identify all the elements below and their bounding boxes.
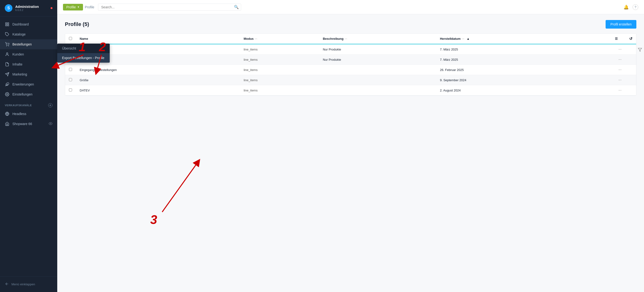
sidebar-item-kunden[interactable]: Kunden xyxy=(0,49,57,59)
row-checkbox[interactable] xyxy=(69,78,72,81)
row-herstelldatum: 9. September 2024 xyxy=(436,75,611,85)
app-title: Administration xyxy=(15,5,50,8)
row-actions-button[interactable]: ··· xyxy=(611,44,626,55)
document-icon xyxy=(5,62,10,67)
sidebar-header: S Administration 6.6.8.2 xyxy=(0,0,57,16)
reset-icon[interactable]: ↺ xyxy=(629,37,632,41)
table-header-row: Name Modus ··· Beschreibung xyxy=(65,34,636,44)
row-beschreibung: Nur Produkte xyxy=(319,55,436,65)
table-row: DATEV line_items 2. August 2024 ··· xyxy=(65,85,636,96)
col-herstelldatum-label: Herstelldatum xyxy=(440,37,460,40)
content-area: Profile (5) Profil erstellen Name xyxy=(57,14,644,292)
row-name: Eingegangen Bestellungen xyxy=(76,65,240,75)
row-actions-button[interactable]: ··· xyxy=(611,85,626,96)
help-icon[interactable]: ? xyxy=(632,4,638,10)
row-checkbox[interactable] xyxy=(69,88,72,91)
table-row: Größe line_items 9. September 2024 ··· xyxy=(65,75,636,85)
row-modus: line_items xyxy=(240,55,319,65)
sidebar-item-shopware66[interactable]: Shopware 66 xyxy=(0,119,57,129)
sidebar-item-headless[interactable]: Headless xyxy=(0,109,57,119)
col-name-header[interactable]: Name xyxy=(76,34,240,44)
globe-icon xyxy=(5,112,10,116)
notification-badge xyxy=(50,7,52,9)
svg-point-10 xyxy=(7,94,8,95)
puzzle-icon xyxy=(5,82,10,87)
search-container: 🔍 xyxy=(98,3,620,11)
add-sales-channel-button[interactable]: + xyxy=(48,103,52,107)
row-herstelldatum: 7. März 2025 xyxy=(436,44,611,55)
dropdown-item-export-profile[interactable]: Export Bestellungen - Profile xyxy=(57,53,110,63)
notification-icon[interactable]: 🔔 xyxy=(624,4,629,10)
svg-point-6 xyxy=(8,46,9,46)
sidebar-item-dashboard[interactable]: Dashboard xyxy=(0,19,57,29)
create-profile-button[interactable]: Profil erstellen xyxy=(606,20,636,29)
profile-dropdown-button[interactable]: Profile ▼ xyxy=(63,4,83,10)
breadcrumb-text: Profile xyxy=(85,5,94,9)
svg-rect-2 xyxy=(8,25,9,26)
breadcrumb: Profile ▼ Profile xyxy=(63,4,94,10)
row-herstelldatum: 2. August 2024 xyxy=(436,85,611,96)
col-beschreibung-label: Beschreibung xyxy=(323,37,344,40)
table-row: line_items Nur Produkte 7. März 2025 ··· xyxy=(65,44,636,55)
modus-dots-icon: ··· xyxy=(255,37,257,40)
sort-asc-icon: ▲ xyxy=(466,37,470,40)
col-check-header xyxy=(65,34,76,44)
profiles-table: Name Modus ··· Beschreibung xyxy=(65,34,636,96)
app-version: 6.6.8.2 xyxy=(15,8,50,11)
sidebar-item-label: Shopware 66 xyxy=(12,122,32,126)
row-modus: line_items xyxy=(240,75,319,85)
collapse-label: Menü einklappen xyxy=(12,283,35,286)
col-modus-header[interactable]: Modus ··· xyxy=(240,34,319,44)
row-name: Größe xyxy=(76,75,240,85)
sidebar-item-einstellungen[interactable]: Einstellungen xyxy=(0,89,57,99)
sidebar-item-bestellungen[interactable]: Bestellungen Bestellungen xyxy=(0,39,57,49)
collapse-icon xyxy=(5,282,9,287)
profile-btn-label: Profile xyxy=(66,5,76,9)
content-header: Profile (5) Profil erstellen xyxy=(65,20,636,29)
row-checkbox[interactable] xyxy=(69,68,72,71)
row-modus: line_items xyxy=(240,85,319,96)
dropdown-item-uebersicht[interactable]: Übersicht xyxy=(57,44,110,53)
sidebar-footer: Menü einklappen xyxy=(0,276,57,292)
topbar-actions: 🔔 ? xyxy=(624,4,638,10)
col-herstelldatum-header[interactable]: Herstelldatum ··· ▲ xyxy=(436,34,611,44)
row-modus: line_items xyxy=(240,44,319,55)
sidebar-item-label: Bestellungen xyxy=(12,42,32,46)
sidebar-nav: Dashboard Kataloge Bestellungen Bestellu… xyxy=(0,16,57,276)
sidebar-item-label: Kataloge xyxy=(12,32,26,36)
col-beschreibung-header[interactable]: Beschreibung ··· xyxy=(319,34,436,44)
dashboard-icon xyxy=(5,22,10,27)
eye-icon xyxy=(49,122,52,126)
svg-point-7 xyxy=(6,53,8,54)
bestellungen-dropdown: Übersicht Export Bestellungen - Profile xyxy=(57,44,110,63)
svg-point-13 xyxy=(50,123,51,124)
select-all-checkbox[interactable] xyxy=(69,37,72,40)
chevron-down-icon: ▼ xyxy=(77,6,80,8)
row-actions-button[interactable]: ··· xyxy=(611,75,626,85)
sidebar-item-marketing[interactable]: Marketing xyxy=(0,69,57,79)
section-label-text: Verkaufskanäle xyxy=(5,104,32,107)
megaphone-icon xyxy=(5,72,10,77)
svg-point-5 xyxy=(6,46,7,46)
collapse-menu-button[interactable]: Menü einklappen xyxy=(5,280,52,288)
column-settings-icon[interactable]: ☰ xyxy=(615,37,618,40)
app-logo: S xyxy=(5,4,12,12)
sidebar-item-erweiterungen[interactable]: Erweiterungen xyxy=(0,79,57,89)
sidebar-item-label: Erweiterungen xyxy=(12,82,34,86)
beschreibung-dots-icon: ··· xyxy=(345,37,347,40)
table-body: line_items Nur Produkte 7. März 2025 ···… xyxy=(65,44,636,96)
sidebar: S Administration 6.6.8.2 Dashboard Katal… xyxy=(0,0,57,292)
tag-icon xyxy=(5,32,10,37)
person-icon xyxy=(5,52,10,57)
row-actions-button[interactable]: ··· xyxy=(611,55,626,65)
search-input[interactable] xyxy=(98,3,241,11)
search-icon: 🔍 xyxy=(234,5,239,9)
row-beschreibung xyxy=(319,75,436,85)
sidebar-item-kataloge[interactable]: Kataloge xyxy=(0,29,57,39)
gear-icon xyxy=(5,92,10,97)
row-actions-button[interactable]: ··· xyxy=(611,65,626,75)
col-modus-label: Modus xyxy=(244,37,254,40)
sidebar-item-inhalte[interactable]: Inhalte xyxy=(0,59,57,69)
herstelldatum-dots-icon: ··· xyxy=(462,37,464,40)
col-name-label: Name xyxy=(80,37,88,40)
